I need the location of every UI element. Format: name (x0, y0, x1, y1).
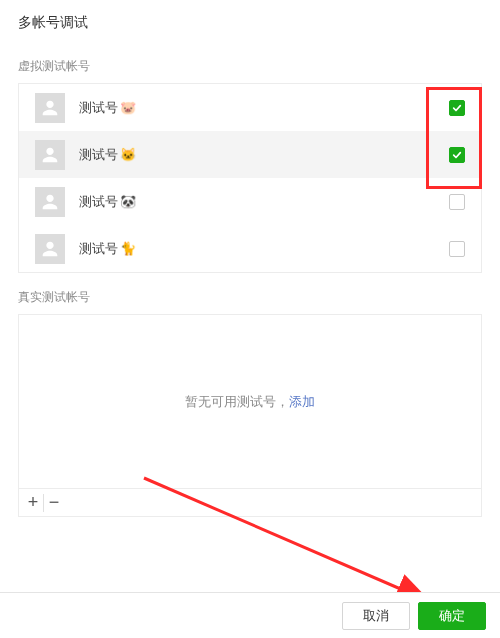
add-button[interactable]: + (23, 492, 43, 514)
cancel-button[interactable]: 取消 (342, 602, 410, 630)
account-name: 测试号 (79, 99, 118, 117)
real-account-empty-panel: 暂无可用测试号， 添加 (18, 314, 482, 489)
dialog-footer: 取消 确定 (0, 592, 500, 638)
account-emoji-icon: 🐼 (120, 194, 136, 209)
add-test-account-link[interactable]: 添加 (289, 393, 315, 411)
account-name: 测试号 (79, 240, 118, 258)
select-checkbox[interactable] (449, 100, 465, 116)
dialog-title: 多帐号调试 (0, 0, 500, 42)
account-name: 测试号 (79, 146, 118, 164)
account-row[interactable]: 测试号🐷 (19, 84, 481, 131)
avatar-placeholder-icon (35, 140, 65, 170)
remove-button[interactable]: − (44, 492, 64, 514)
select-checkbox[interactable] (449, 147, 465, 163)
account-emoji-icon: 🐈 (120, 241, 136, 256)
virtual-account-list: 测试号🐷测试号🐱测试号🐼测试号🐈 (18, 83, 482, 273)
account-emoji-icon: 🐷 (120, 100, 136, 115)
empty-text: 暂无可用测试号， (185, 393, 289, 411)
account-name: 测试号 (79, 193, 118, 211)
real-account-toolbar: + − (18, 489, 482, 517)
account-row[interactable]: 测试号🐱 (19, 131, 481, 178)
account-row[interactable]: 测试号🐼 (19, 178, 481, 225)
section-label-real: 真实测试帐号 (0, 273, 500, 314)
account-emoji-icon: 🐱 (120, 147, 136, 162)
confirm-button[interactable]: 确定 (418, 602, 486, 630)
avatar-placeholder-icon (35, 187, 65, 217)
section-label-virtual: 虚拟测试帐号 (0, 42, 500, 83)
avatar-placeholder-icon (35, 234, 65, 264)
avatar-placeholder-icon (35, 93, 65, 123)
account-row[interactable]: 测试号🐈 (19, 225, 481, 272)
select-checkbox[interactable] (449, 194, 465, 210)
select-checkbox[interactable] (449, 241, 465, 257)
